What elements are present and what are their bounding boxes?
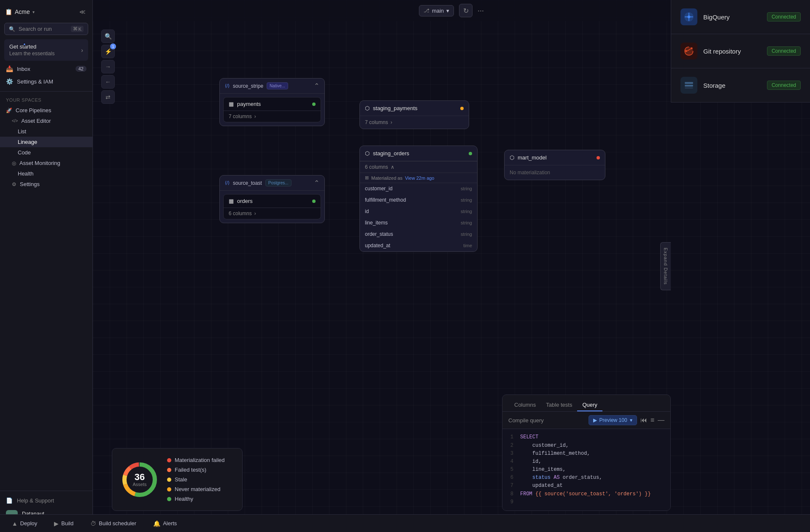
legend-dot-never-materialized [167,487,171,491]
sidebar-item-settings[interactable]: ⚙ Settings [0,179,92,189]
shortcut-key: K [78,27,81,32]
more-options-button[interactable]: ··· [478,6,484,15]
refresh-button[interactable]: ↻ [459,4,472,17]
sidebar-item-asset-editor[interactable]: </> Asset Editor [0,116,92,126]
line-content-8: FROM {{ source('source_toast', 'orders')… [520,490,651,498]
preview-dropdown-icon[interactable]: ▾ [630,417,632,423]
line-num-4: 4 [508,458,513,466]
staging-payments-title: ⬡ staging_payments [365,105,418,111]
staging-payments-columns-toggle[interactable]: 7 columns › [360,116,469,129]
sidebar-item-list[interactable]: List [0,126,92,137]
tab-columns[interactable]: Columns [509,399,541,411]
toolbar-alerts[interactable]: 🔔 Alerts [150,518,180,529]
format-button[interactable]: ≡ [651,416,654,424]
branch-chevron-icon: ▾ [446,8,449,14]
sidebar-item-code[interactable]: Code [0,147,92,158]
get-started-arrow-icon: › [81,47,83,54]
materialized-icon: ⊞ [365,175,369,181]
history-button[interactable]: ⏮ [640,416,647,424]
source-toast-name: source_toast [233,180,262,186]
arrow-right-tool-button[interactable]: → [101,60,115,73]
legend-label-mat-failed: Materialization failed [175,457,225,463]
bottom-toolbar: ▲ Deploy ▶ Build ⏱ Build scheduler 🔔 Ale… [0,514,810,532]
sidebar-item-asset-monitoring[interactable]: ◎ Asset Monitoring [0,158,92,168]
source-toast-collapse-button[interactable]: ⌃ [314,179,319,187]
staging-orders-node: ⬡ staging_orders 6 columns ∧ ⊞ Materiali… [359,146,478,252]
source-stripe-table-title: ▦ payments [229,101,261,107]
legend-item-mat-failed: Materialization failed [167,457,225,463]
legend-dot-healthy [167,497,171,501]
connection-storage-left: Storage [680,77,726,94]
source-toast-table-title: ▦ orders [229,198,253,204]
column-name-fulfillment-method: fulfillment_method [365,197,406,203]
arrow-left-tool-button[interactable]: ← [101,75,115,89]
column-row-customer-id[interactable]: customer_id string [360,183,477,194]
preview-button[interactable]: ▶ Preview 100 ▾ [589,415,637,425]
sidebar-item-core-pipelines[interactable]: 🚀 Core Pipelines [0,105,92,116]
code-line-6: 6 status AS order_status, [508,474,664,482]
materialized-badge: ⊞ Materialized as View 22m ago [360,173,477,183]
build-icon: ▶ [54,520,59,527]
panel-tabs: Columns Table tests Query [502,395,670,412]
core-pipelines-label: Core Pipelines [16,107,51,113]
workspace-name[interactable]: 📋 Acme ▾ [5,8,35,15]
staging-payments-columns-count: 7 columns [365,119,388,125]
table-icon: ▦ [229,101,234,107]
sidebar-item-inbox[interactable]: 📥 Inbox 42 [0,62,92,75]
tab-table-tests[interactable]: Table tests [541,399,577,411]
main-layout: 📋 Acme ▾ ≪ 🔍 Search or run ⌘ K Get start… [0,0,810,532]
expand-details-panel[interactable]: Expand Details [660,242,671,290]
get-started-card[interactable]: Get started Learn the essentials › [4,39,88,61]
source-stripe-icon: ⟨/⟩ [225,83,230,89]
sidebar-item-settings-iam[interactable]: ⚙️ Settings & IAM [0,75,92,88]
column-row-updated-at[interactable]: updated_at time [360,240,477,251]
code-editor[interactable]: 1 SELECT 2 customer_id, 3 fulfillment_me… [502,429,670,510]
help-support-item[interactable]: 📄 Help & Support [0,494,92,507]
column-type-id: string [461,209,472,214]
svg-rect-5 [685,82,693,84]
toolbar-deploy[interactable]: ▲ Deploy [8,518,40,529]
compile-query-button[interactable]: Compile query [508,417,544,424]
column-name-updated-at: updated_at [365,243,390,248]
column-row-id[interactable]: id string [360,206,477,217]
health-panel: 36 Assets Materialization failed Failed … [112,448,243,511]
column-row-order-status[interactable]: order_status string [360,229,477,240]
line-content-2: customer_id, [520,442,569,450]
asset-editor-label: Asset Editor [21,118,51,124]
sidebar-item-lineage[interactable]: Lineage [0,137,92,147]
swap-tool-button[interactable]: ⇄ [101,90,115,104]
source-toast-table-name: orders [237,198,253,204]
staging-payments-name: staging_payments [373,105,418,111]
source-stripe-status-dot [312,103,316,106]
source-stripe-name: source_stripe [233,83,263,89]
sidebar-collapse-button[interactable]: ≪ [77,7,87,17]
branch-selector[interactable]: ⎇ main ▾ [419,5,454,16]
chevron-icon: › [254,113,256,119]
line-num-2: 2 [508,442,513,450]
line-content-5: line_items, [520,466,566,474]
toolbar-build-scheduler[interactable]: ⏱ Build scheduler [87,518,140,529]
source-stripe-collapse-button[interactable]: ⌃ [314,82,319,90]
search-tool-button[interactable]: 🔍 [101,30,115,43]
tab-query[interactable]: Query [577,399,602,411]
donut-chart: 36 Assets [121,461,159,499]
source-toast-columns-toggle[interactable]: 6 columns › [224,208,321,219]
settings-iam-label: Settings & IAM [17,78,53,85]
minimize-button[interactable]: — [658,416,664,424]
line-num-3: 3 [508,450,513,458]
column-row-line-items[interactable]: line_items string [360,217,477,229]
chevron-up-icon: ∧ [391,164,394,170]
column-row-fulfillment-method[interactable]: fulfillment_method string [360,194,477,206]
core-pipelines-icon: 🚀 [6,108,12,113]
toolbar-build[interactable]: ▶ Build [51,518,77,529]
filter-tool-button[interactable]: ⚡ 1 [101,45,115,58]
source-toast-icon: ⟨/⟩ [225,180,230,186]
svg-point-3 [685,50,687,52]
search-bar[interactable]: 🔍 Search or run ⌘ K [4,23,88,35]
view-time-link[interactable]: View 22m ago [405,176,435,181]
source-stripe-columns-toggle[interactable]: 7 columns › [224,111,321,122]
sidebar-item-health[interactable]: Health [0,168,92,179]
storage-name: Storage [703,82,726,89]
column-name-order-status: order_status [365,231,393,237]
staging-orders-columns-toggle[interactable]: 6 columns ∧ [360,161,477,173]
